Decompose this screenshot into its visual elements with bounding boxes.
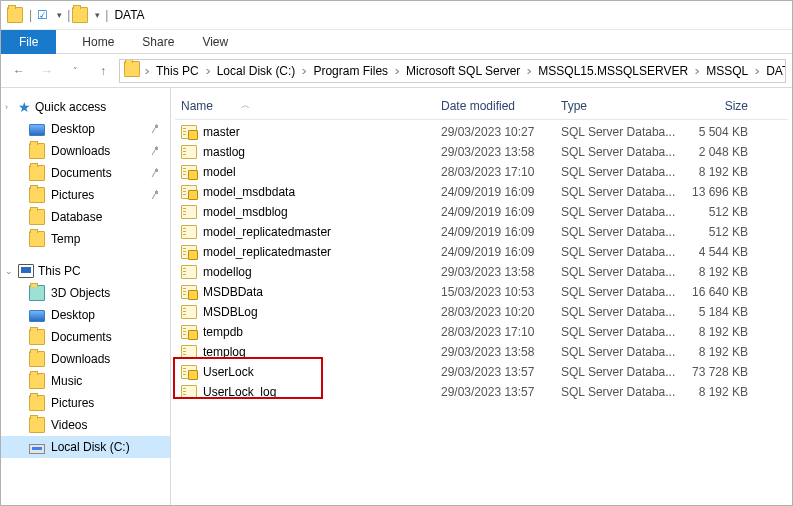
file-type: SQL Server Databa... — [561, 245, 676, 259]
crumb-local-disk[interactable]: Local Disk (C:) — [215, 64, 298, 78]
col-size[interactable]: Size — [676, 99, 756, 113]
folder-icon — [29, 417, 45, 433]
sidebar-quick-access[interactable]: › ★ Quick access — [1, 96, 170, 118]
crumb-program-files[interactable]: Program Files — [311, 64, 390, 78]
sidebar-item[interactable]: Documents — [1, 162, 170, 184]
sidebar-item[interactable]: Desktop — [1, 304, 170, 326]
database-file-icon — [181, 265, 197, 279]
table-row[interactable]: MSDBData15/03/2023 10:53SQL Server Datab… — [175, 282, 788, 302]
file-size: 16 640 KB — [676, 285, 756, 299]
tab-label: Home — [82, 35, 114, 49]
table-row[interactable]: MSDBLog28/03/2023 10:20SQL Server Databa… — [175, 302, 788, 322]
sidebar-item-label: 3D Objects — [51, 286, 110, 300]
file-type: SQL Server Databa... — [561, 285, 676, 299]
chevron-down-icon[interactable]: ⌄ — [5, 266, 14, 276]
col-date[interactable]: Date modified — [441, 99, 561, 113]
back-button[interactable]: ← — [7, 59, 31, 83]
window-title: DATA — [114, 8, 144, 22]
sidebar-item[interactable]: Pictures — [1, 184, 170, 206]
file-date: 29/03/2023 13:58 — [441, 265, 561, 279]
file-date: 29/03/2023 13:57 — [441, 385, 561, 399]
title-dropdown-icon[interactable]: ▾ — [92, 10, 103, 20]
table-row[interactable]: master29/03/2023 10:27SQL Server Databa.… — [175, 122, 788, 142]
table-row[interactable]: model28/03/2023 17:10SQL Server Databa..… — [175, 162, 788, 182]
file-type: SQL Server Databa... — [561, 185, 676, 199]
crumb-data[interactable]: DATA — [764, 64, 786, 78]
file-list: Name ︿ Date modified Type Size master29/… — [171, 88, 792, 505]
sidebar-item[interactable]: 3D Objects — [1, 282, 170, 304]
chevron-right-icon[interactable]: › — [141, 64, 154, 78]
sidebar-item[interactable]: Database — [1, 206, 170, 228]
file-size: 5 504 KB — [676, 125, 756, 139]
table-row[interactable]: UserLock_log29/03/2023 13:57SQL Server D… — [175, 382, 788, 402]
crumb-this-pc[interactable]: This PC — [154, 64, 201, 78]
sidebar-item-label: Pictures — [51, 188, 94, 202]
desktop-icon — [29, 310, 45, 322]
crumb-mssql[interactable]: MSSQL — [704, 64, 750, 78]
file-size: 2 048 KB — [676, 145, 756, 159]
file-tab-label: File — [19, 35, 38, 49]
table-row[interactable]: model_replicatedmaster24/09/2019 16:09SQ… — [175, 242, 788, 262]
sidebar-item[interactable]: Downloads — [1, 140, 170, 162]
folder-icon — [29, 395, 45, 411]
chevron-right-icon[interactable]: › — [298, 64, 311, 78]
sidebar-item[interactable]: Downloads — [1, 348, 170, 370]
sidebar-item[interactable]: Local Disk (C:) — [1, 436, 170, 458]
database-file-icon — [181, 305, 197, 319]
file-date: 24/09/2019 16:09 — [441, 185, 561, 199]
file-name: UserLock — [203, 365, 254, 379]
sidebar-item[interactable]: Music — [1, 370, 170, 392]
table-row[interactable]: model_msdbdata24/09/2019 16:09SQL Server… — [175, 182, 788, 202]
file-type: SQL Server Databa... — [561, 325, 676, 339]
sidebar-item[interactable]: Pictures — [1, 392, 170, 414]
table-row[interactable]: model_replicatedmaster24/09/2019 16:09SQ… — [175, 222, 788, 242]
chevron-right-icon[interactable]: › — [391, 64, 404, 78]
sort-asc-icon: ︿ — [241, 99, 250, 112]
sidebar-item[interactable]: Videos — [1, 414, 170, 436]
file-type: SQL Server Databa... — [561, 225, 676, 239]
sidebar-item[interactable]: Documents — [1, 326, 170, 348]
folder-icon — [124, 61, 140, 80]
chevron-right-icon[interactable]: › — [523, 64, 536, 78]
database-file-icon — [181, 365, 197, 379]
checkbox-icon[interactable]: ☑ — [34, 7, 50, 23]
crumb-instance[interactable]: MSSQL15.MSSQLSERVER — [536, 64, 690, 78]
file-name: model_replicatedmaster — [203, 225, 331, 239]
main: › ★ Quick access DesktopDownloadsDocumen… — [1, 88, 792, 505]
file-size: 73 728 KB — [676, 365, 756, 379]
recent-dropdown-icon[interactable]: ˅ — [63, 59, 87, 83]
chevron-right-icon[interactable]: › — [691, 64, 704, 78]
separator: | — [29, 8, 32, 22]
col-type[interactable]: Type — [561, 99, 676, 113]
sidebar-item[interactable]: Desktop — [1, 118, 170, 140]
table-row[interactable]: templog29/03/2023 13:58SQL Server Databa… — [175, 342, 788, 362]
crumb-sql-server[interactable]: Microsoft SQL Server — [404, 64, 522, 78]
table-row[interactable]: UserLock29/03/2023 13:57SQL Server Datab… — [175, 362, 788, 382]
sidebar-item[interactable]: Temp — [1, 228, 170, 250]
tab-home[interactable]: Home — [68, 30, 128, 54]
table-row[interactable]: modellog29/03/2023 13:58SQL Server Datab… — [175, 262, 788, 282]
table-row[interactable]: mastlog29/03/2023 13:58SQL Server Databa… — [175, 142, 788, 162]
col-name[interactable]: Name ︿ — [181, 99, 441, 113]
chevron-right-icon[interactable]: › — [201, 64, 214, 78]
file-size: 13 696 KB — [676, 185, 756, 199]
database-file-icon — [181, 345, 197, 359]
table-row[interactable]: model_msdblog24/09/2019 16:09SQL Server … — [175, 202, 788, 222]
chevron-right-icon[interactable]: › — [5, 102, 14, 112]
forward-button[interactable]: → — [35, 59, 59, 83]
up-button[interactable]: ↑ — [91, 59, 115, 83]
tab-label: View — [202, 35, 228, 49]
qat-dropdown-icon[interactable]: ▾ — [54, 10, 65, 20]
sidebar-item-label: Desktop — [51, 308, 95, 322]
sidebar-item-label: Database — [51, 210, 102, 224]
sidebar-this-pc[interactable]: ⌄ This PC — [1, 260, 170, 282]
file-tab[interactable]: File — [1, 30, 56, 54]
separator: | — [67, 8, 70, 22]
chevron-right-icon[interactable]: › — [751, 64, 764, 78]
tab-share[interactable]: Share — [128, 30, 188, 54]
file-size: 8 192 KB — [676, 385, 756, 399]
file-type: SQL Server Databa... — [561, 365, 676, 379]
tab-view[interactable]: View — [188, 30, 242, 54]
table-row[interactable]: tempdb28/03/2023 17:10SQL Server Databa.… — [175, 322, 788, 342]
address-bar[interactable]: › This PC › Local Disk (C:) › Program Fi… — [119, 59, 786, 83]
